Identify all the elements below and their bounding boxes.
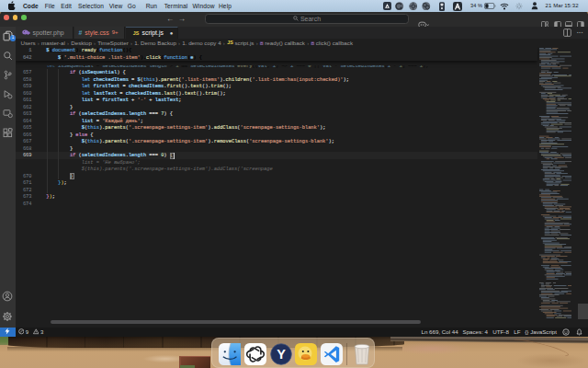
svg-text:Y: Y xyxy=(277,347,286,362)
